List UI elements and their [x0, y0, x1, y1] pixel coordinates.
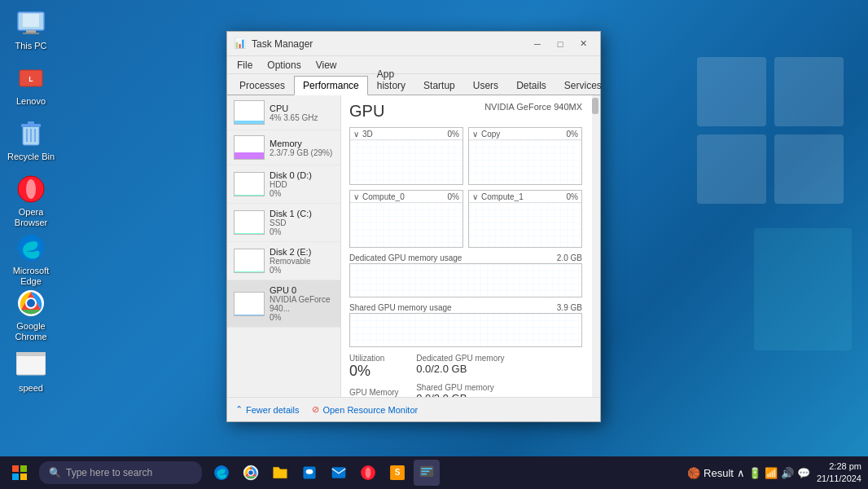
svg-rect-13: [28, 121, 34, 125]
menu-options[interactable]: Options: [261, 58, 307, 73]
disk0-fill: [235, 195, 264, 196]
volume-icon: 🔊: [781, 467, 794, 479]
tabs-bar: Processes Performance App history Startu…: [227, 74, 600, 95]
dedicated-memory-section: Dedicated GPU memory usage 2.0 GB: [349, 253, 582, 297]
svg-rect-31: [350, 264, 581, 297]
memory-sub: 2.3/7.9 GB (29%): [270, 148, 334, 157]
desktop-icon-speed[interactable]: speed: [7, 350, 55, 394]
sublime-taskbar-icon: S: [389, 465, 406, 481]
svg-rect-42: [332, 467, 346, 478]
tab-startup[interactable]: Startup: [414, 76, 464, 95]
dedicated-svg: [350, 264, 581, 297]
sidebar-item-disk0[interactable]: Disk 0 (D:) HDD 0%: [227, 165, 340, 204]
graph-compute1-svg: [469, 203, 581, 247]
desktop-icon-opera[interactable]: Opera Browser: [7, 174, 55, 228]
footer: ⌃ Fewer details ⊘ Open Resource Monitor: [227, 397, 600, 421]
main-panel: GPU NVIDIA GeForce 940MX ∨ 3D: [341, 95, 600, 397]
start-button[interactable]: [0, 456, 39, 489]
opera-taskbar-icon: [360, 465, 376, 481]
sidebar-item-disk1[interactable]: Disk 1 (C:) SSD 0%: [227, 204, 340, 242]
svg-rect-36: [20, 474, 27, 480]
window-title: Task Manager: [252, 38, 527, 50]
tab-users[interactable]: Users: [464, 76, 507, 95]
stats-section: Utilization 0% GPU Memory 0.0/5.9 GB Ded…: [349, 354, 582, 397]
desktop-icon-recycle-bin[interactable]: Recycle Bin: [7, 119, 55, 162]
svg-text:S: S: [395, 468, 401, 477]
sidebar-item-cpu[interactable]: CPU 4% 3.65 GHz: [227, 95, 340, 130]
sidebar-item-memory[interactable]: Memory 2.3/7.9 GB (29%): [227, 130, 340, 165]
sidebar-item-disk2[interactable]: Disk 2 (E:) Removable 0%: [227, 242, 340, 280]
taskbar-right: 🏀 Result ∧ 🔋 📶 🔊 💬 2:28 pm 21/11/2024: [687, 460, 868, 486]
search-placeholder: Type here to search: [66, 467, 152, 478]
svg-point-40: [248, 470, 253, 475]
shared-max: 3.9 GB: [557, 303, 582, 312]
menu-view[interactable]: View: [309, 58, 344, 73]
chrome-taskbar-icon: [243, 465, 259, 481]
svg-rect-49: [421, 471, 429, 473]
sidebar-item-gpu0[interactable]: GPU 0 NVIDIA GeForce 940... 0%: [227, 280, 340, 328]
tab-processes[interactable]: Processes: [230, 76, 294, 95]
svg-text:L: L: [28, 75, 33, 83]
disk2-sub: Removable: [270, 257, 334, 266]
store-taskbar-icon: [301, 465, 318, 481]
memory-fill: [235, 152, 264, 159]
close-button[interactable]: ✕: [572, 36, 594, 52]
tab-performance[interactable]: Performance: [294, 76, 368, 95]
tab-details[interactable]: Details: [507, 76, 555, 95]
network-icon: 📶: [765, 467, 778, 479]
notification-icon[interactable]: 💬: [797, 467, 810, 479]
svg-rect-34: [20, 465, 27, 472]
disk1-mini-graph: [234, 210, 265, 235]
graph-copy-svg: [469, 140, 581, 184]
taskbar-taskmanager-icon[interactable]: [414, 460, 440, 486]
disk0-val: 0%: [270, 189, 334, 198]
taskbar-opera-icon[interactable]: [355, 460, 381, 486]
maximize-button[interactable]: □: [550, 36, 571, 52]
fewer-details-link[interactable]: ⌃ Fewer details: [235, 404, 299, 415]
disk0-sub: HDD: [270, 180, 334, 189]
taskbar-mail-icon[interactable]: [326, 460, 352, 486]
memory-mini-graph: [234, 135, 265, 160]
desktop-icon-edge[interactable]: Microsoft Edge: [7, 233, 55, 287]
shared-memory-section: Shared GPU memory usage 3.9 GB: [349, 302, 582, 347]
graph-3d-label: 3D: [362, 130, 373, 139]
svg-rect-1: [774, 57, 844, 126]
scrollbar-thumb[interactable]: [592, 98, 598, 114]
desktop-icon-lenovo[interactable]: L Lenovo: [7, 64, 55, 107]
tray-chevron[interactable]: ∧: [737, 467, 745, 479]
date-display: 21/11/2024: [817, 473, 861, 485]
graph-compute1-label-row: ∨ Compute_1 0%: [469, 191, 581, 202]
clock[interactable]: 2:28 pm 21/11/2024: [817, 460, 861, 486]
gpu0-sub: NVIDIA GeForce 940...: [270, 295, 334, 313]
windows-icon: [12, 465, 27, 480]
fewer-details-label: Fewer details: [246, 405, 299, 415]
svg-rect-8: [23, 33, 39, 34]
svg-rect-30: [469, 203, 581, 247]
taskbar-edge-icon[interactable]: [208, 460, 235, 486]
graph-3d: ∨ 3D 0%: [349, 127, 463, 185]
menu-file[interactable]: File: [230, 58, 259, 73]
taskbar-search-box[interactable]: 🔍 Type here to search: [39, 461, 202, 484]
desktop-icon-chrome[interactable]: Google Chrome: [7, 289, 55, 342]
mail-taskbar-icon: [331, 465, 347, 481]
taskbar-files-icon[interactable]: [267, 460, 293, 486]
taskbar-chrome-icon[interactable]: [238, 460, 264, 486]
tab-app-history[interactable]: App history: [368, 64, 414, 95]
graph-3d-svg: [350, 140, 462, 184]
taskbar-icons: S: [208, 460, 440, 486]
minimize-button[interactable]: ─: [527, 36, 548, 52]
memory-info: Memory 2.3/7.9 GB (29%): [270, 139, 334, 157]
tab-services[interactable]: Services: [555, 76, 611, 95]
taskbar-store-icon[interactable]: [296, 460, 322, 486]
gpu-header: GPU NVIDIA GeForce 940MX: [349, 102, 582, 121]
open-resource-monitor-link[interactable]: ⊘ Open Resource Monitor: [312, 404, 418, 415]
opera-label: Opera Browser: [15, 207, 47, 228]
chrome-label: Google Chrome: [15, 321, 46, 342]
svg-rect-35: [12, 474, 19, 480]
task-manager-window: 📊 Task Manager ─ □ ✕ File Options View P…: [226, 31, 601, 422]
taskbar-sublime-icon[interactable]: S: [384, 460, 410, 486]
desktop-icon-this-pc[interactable]: This PC: [7, 8, 55, 51]
taskbar: 🔍 Type here to search: [0, 456, 868, 489]
scrollbar-track[interactable]: [592, 95, 600, 397]
graph-compute1-chart: [469, 202, 581, 247]
